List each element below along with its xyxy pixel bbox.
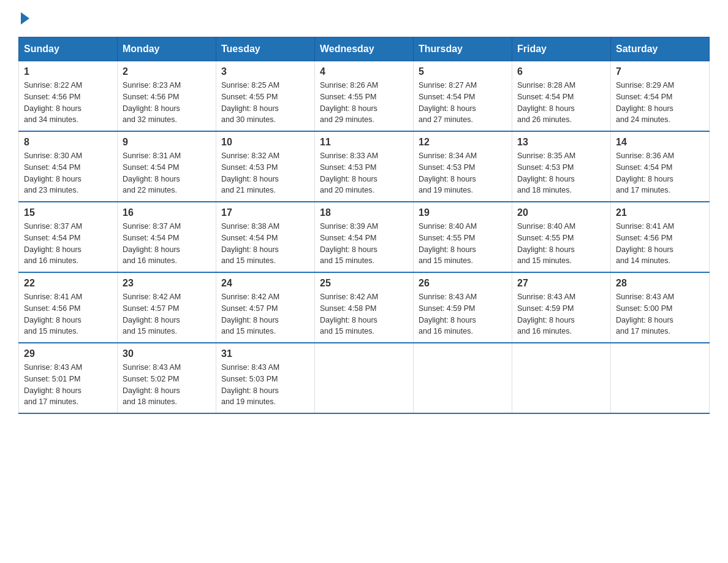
calendar-day-cell: 18 Sunrise: 8:39 AMSunset: 4:54 PMDaylig… (315, 202, 414, 272)
day-info: Sunrise: 8:29 AMSunset: 4:54 PMDaylight:… (616, 80, 704, 126)
day-info: Sunrise: 8:43 AMSunset: 5:02 PMDaylight:… (123, 362, 211, 408)
calendar-day-cell: 13 Sunrise: 8:35 AMSunset: 4:53 PMDaylig… (512, 131, 611, 202)
day-number: 25 (320, 278, 408, 289)
calendar-header-row: SundayMondayTuesdayWednesdayThursdayFrid… (19, 37, 710, 61)
day-info: Sunrise: 8:42 AMSunset: 4:57 PMDaylight:… (221, 291, 309, 337)
day-number: 29 (24, 348, 112, 359)
day-of-week-header: Monday (118, 37, 216, 61)
calendar-table: SundayMondayTuesdayWednesdayThursdayFrid… (18, 37, 710, 414)
day-info: Sunrise: 8:35 AMSunset: 4:53 PMDaylight:… (517, 150, 605, 196)
day-number: 10 (221, 137, 309, 148)
calendar-week-row: 22 Sunrise: 8:41 AMSunset: 4:56 PMDaylig… (19, 272, 710, 343)
day-number: 24 (221, 278, 309, 289)
calendar-day-cell: 26 Sunrise: 8:43 AMSunset: 4:59 PMDaylig… (414, 272, 512, 343)
calendar-week-row: 8 Sunrise: 8:30 AMSunset: 4:54 PMDayligh… (19, 131, 710, 202)
calendar-day-cell: 17 Sunrise: 8:38 AMSunset: 4:54 PMDaylig… (216, 202, 315, 272)
day-info: Sunrise: 8:28 AMSunset: 4:54 PMDaylight:… (517, 80, 605, 126)
day-info: Sunrise: 8:42 AMSunset: 4:58 PMDaylight:… (320, 291, 408, 337)
day-number: 4 (320, 66, 408, 77)
day-number: 12 (419, 137, 507, 148)
day-info: Sunrise: 8:41 AMSunset: 4:56 PMDaylight:… (24, 291, 112, 337)
day-number: 14 (616, 137, 704, 148)
calendar-week-row: 29 Sunrise: 8:43 AMSunset: 5:01 PMDaylig… (19, 343, 710, 413)
day-number: 8 (24, 137, 112, 148)
day-info: Sunrise: 8:34 AMSunset: 4:53 PMDaylight:… (419, 150, 507, 196)
calendar-day-cell: 15 Sunrise: 8:37 AMSunset: 4:54 PMDaylig… (19, 202, 118, 272)
calendar-week-row: 1 Sunrise: 8:22 AMSunset: 4:56 PMDayligh… (19, 61, 710, 132)
day-number: 22 (24, 278, 112, 289)
page-header (18, 12, 710, 25)
day-of-week-header: Friday (512, 37, 611, 61)
day-number: 9 (123, 137, 211, 148)
logo-arrow-icon (21, 12, 29, 25)
day-info: Sunrise: 8:40 AMSunset: 4:55 PMDaylight:… (419, 221, 507, 267)
day-info: Sunrise: 8:32 AMSunset: 4:53 PMDaylight:… (221, 150, 309, 196)
day-info: Sunrise: 8:38 AMSunset: 4:54 PMDaylight:… (221, 221, 309, 267)
day-of-week-header: Tuesday (216, 37, 315, 61)
day-number: 16 (123, 207, 211, 218)
day-info: Sunrise: 8:26 AMSunset: 4:55 PMDaylight:… (320, 80, 408, 126)
calendar-day-cell: 6 Sunrise: 8:28 AMSunset: 4:54 PMDayligh… (512, 61, 611, 132)
day-of-week-header: Sunday (19, 37, 118, 61)
day-number: 23 (123, 278, 211, 289)
day-of-week-header: Thursday (414, 37, 512, 61)
day-number: 28 (616, 278, 704, 289)
calendar-day-cell: 23 Sunrise: 8:42 AMSunset: 4:57 PMDaylig… (118, 272, 216, 343)
calendar-day-cell (611, 343, 710, 413)
calendar-day-cell: 19 Sunrise: 8:40 AMSunset: 4:55 PMDaylig… (414, 202, 512, 272)
day-number: 27 (517, 278, 605, 289)
day-info: Sunrise: 8:31 AMSunset: 4:54 PMDaylight:… (123, 150, 211, 196)
day-number: 3 (221, 66, 309, 77)
day-number: 15 (24, 207, 112, 218)
day-of-week-header: Saturday (611, 37, 710, 61)
calendar-day-cell: 16 Sunrise: 8:37 AMSunset: 4:54 PMDaylig… (118, 202, 216, 272)
calendar-day-cell (414, 343, 512, 413)
calendar-day-cell: 29 Sunrise: 8:43 AMSunset: 5:01 PMDaylig… (19, 343, 118, 413)
calendar-day-cell: 2 Sunrise: 8:23 AMSunset: 4:56 PMDayligh… (118, 61, 216, 132)
day-info: Sunrise: 8:37 AMSunset: 4:54 PMDaylight:… (123, 221, 211, 267)
day-info: Sunrise: 8:36 AMSunset: 4:54 PMDaylight:… (616, 150, 704, 196)
calendar-day-cell: 30 Sunrise: 8:43 AMSunset: 5:02 PMDaylig… (118, 343, 216, 413)
calendar-day-cell: 14 Sunrise: 8:36 AMSunset: 4:54 PMDaylig… (611, 131, 710, 202)
calendar-day-cell (315, 343, 414, 413)
logo (18, 12, 29, 25)
day-info: Sunrise: 8:23 AMSunset: 4:56 PMDaylight:… (123, 80, 211, 126)
day-number: 6 (517, 66, 605, 77)
day-info: Sunrise: 8:43 AMSunset: 5:00 PMDaylight:… (616, 291, 704, 337)
calendar-day-cell: 28 Sunrise: 8:43 AMSunset: 5:00 PMDaylig… (611, 272, 710, 343)
calendar-day-cell: 24 Sunrise: 8:42 AMSunset: 4:57 PMDaylig… (216, 272, 315, 343)
day-info: Sunrise: 8:25 AMSunset: 4:55 PMDaylight:… (221, 80, 309, 126)
calendar-day-cell: 10 Sunrise: 8:32 AMSunset: 4:53 PMDaylig… (216, 131, 315, 202)
day-info: Sunrise: 8:33 AMSunset: 4:53 PMDaylight:… (320, 150, 408, 196)
calendar-day-cell: 12 Sunrise: 8:34 AMSunset: 4:53 PMDaylig… (414, 131, 512, 202)
day-of-week-header: Wednesday (315, 37, 414, 61)
calendar-day-cell: 9 Sunrise: 8:31 AMSunset: 4:54 PMDayligh… (118, 131, 216, 202)
day-info: Sunrise: 8:43 AMSunset: 5:01 PMDaylight:… (24, 362, 112, 408)
calendar-day-cell: 7 Sunrise: 8:29 AMSunset: 4:54 PMDayligh… (611, 61, 710, 132)
calendar-day-cell: 1 Sunrise: 8:22 AMSunset: 4:56 PMDayligh… (19, 61, 118, 132)
calendar-day-cell: 25 Sunrise: 8:42 AMSunset: 4:58 PMDaylig… (315, 272, 414, 343)
day-info: Sunrise: 8:41 AMSunset: 4:56 PMDaylight:… (616, 221, 704, 267)
day-number: 30 (123, 348, 211, 359)
day-info: Sunrise: 8:43 AMSunset: 4:59 PMDaylight:… (517, 291, 605, 337)
calendar-day-cell: 11 Sunrise: 8:33 AMSunset: 4:53 PMDaylig… (315, 131, 414, 202)
day-number: 2 (123, 66, 211, 77)
day-number: 5 (419, 66, 507, 77)
day-number: 11 (320, 137, 408, 148)
day-number: 1 (24, 66, 112, 77)
day-number: 18 (320, 207, 408, 218)
day-number: 17 (221, 207, 309, 218)
day-info: Sunrise: 8:43 AMSunset: 4:59 PMDaylight:… (419, 291, 507, 337)
day-number: 26 (419, 278, 507, 289)
calendar-week-row: 15 Sunrise: 8:37 AMSunset: 4:54 PMDaylig… (19, 202, 710, 272)
day-info: Sunrise: 8:42 AMSunset: 4:57 PMDaylight:… (123, 291, 211, 337)
calendar-day-cell: 4 Sunrise: 8:26 AMSunset: 4:55 PMDayligh… (315, 61, 414, 132)
day-info: Sunrise: 8:27 AMSunset: 4:54 PMDaylight:… (419, 80, 507, 126)
day-info: Sunrise: 8:39 AMSunset: 4:54 PMDaylight:… (320, 221, 408, 267)
calendar-day-cell: 20 Sunrise: 8:40 AMSunset: 4:55 PMDaylig… (512, 202, 611, 272)
calendar-day-cell: 3 Sunrise: 8:25 AMSunset: 4:55 PMDayligh… (216, 61, 315, 132)
calendar-day-cell: 22 Sunrise: 8:41 AMSunset: 4:56 PMDaylig… (19, 272, 118, 343)
calendar-day-cell: 8 Sunrise: 8:30 AMSunset: 4:54 PMDayligh… (19, 131, 118, 202)
calendar-day-cell: 21 Sunrise: 8:41 AMSunset: 4:56 PMDaylig… (611, 202, 710, 272)
day-info: Sunrise: 8:43 AMSunset: 5:03 PMDaylight:… (221, 362, 309, 408)
